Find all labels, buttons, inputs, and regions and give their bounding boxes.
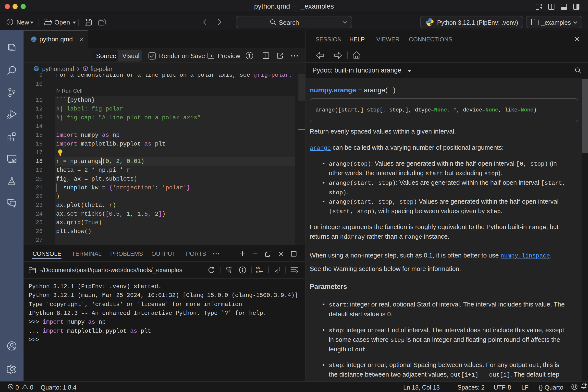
svg-text:ab: ab [256,266,260,270]
svg-text:c: c [256,270,258,274]
